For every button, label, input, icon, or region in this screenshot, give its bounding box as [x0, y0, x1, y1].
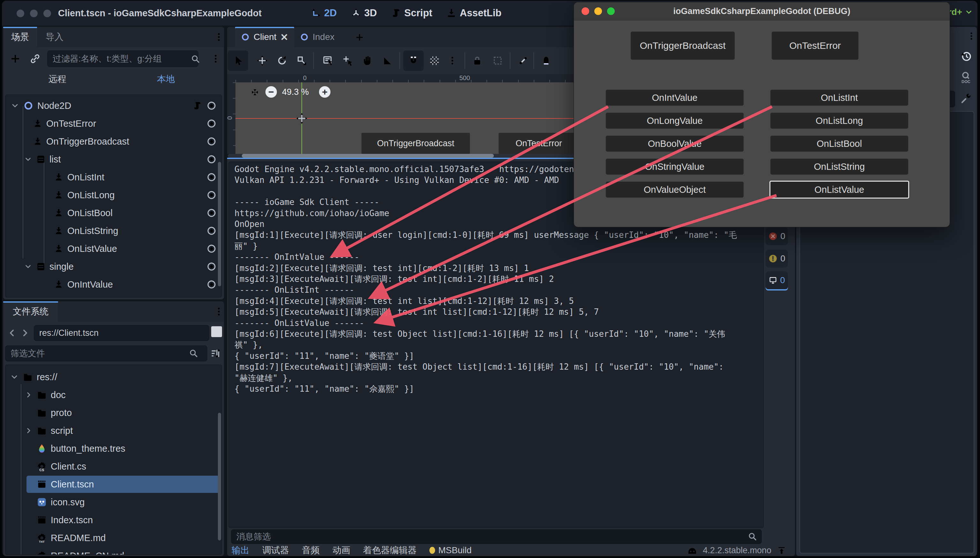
- game-button-list-value[interactable]: OnListValue: [769, 181, 909, 199]
- file-tree-scrollbar[interactable]: [218, 413, 221, 540]
- game-button-test-error[interactable]: OnTestError: [772, 31, 859, 60]
- edit-history-icon[interactable]: [960, 50, 972, 62]
- visibility-eye-icon[interactable]: [206, 208, 217, 218]
- tab-import[interactable]: 导入: [37, 27, 72, 47]
- chevron-right-icon[interactable]: [25, 391, 33, 399]
- position-select-icon[interactable]: [337, 51, 358, 71]
- move-tool-icon[interactable]: [252, 51, 272, 71]
- visibility-eye-icon[interactable]: [206, 261, 217, 272]
- game-button-long-value[interactable]: OnLongValue: [606, 113, 744, 129]
- file-row-client-tscn[interactable]: Client.tscn: [5, 475, 222, 493]
- grid-snap-icon[interactable]: [424, 51, 445, 71]
- file-row-readme[interactable]: README.md: [5, 529, 222, 547]
- bottom-tab-audio[interactable]: 音频: [302, 544, 320, 556]
- local-toggle[interactable]: 本地: [112, 72, 220, 87]
- file-row-res[interactable]: res://: [5, 368, 222, 386]
- close-tab-icon[interactable]: ✕: [280, 31, 288, 43]
- visibility-eye-icon[interactable]: [206, 279, 217, 289]
- tree-row-ontesterror[interactable]: OnTestError: [5, 115, 222, 133]
- tree-row-onlistint[interactable]: OnListInt: [5, 168, 222, 186]
- lock-object-icon[interactable]: [467, 51, 488, 71]
- warning-count-badge[interactable]: 0: [766, 249, 788, 268]
- visibility-eye-icon[interactable]: [206, 172, 217, 182]
- tab-2d[interactable]: 2D: [311, 7, 337, 19]
- file-row-proto[interactable]: proto: [5, 404, 222, 422]
- game-button-list-long[interactable]: OnListLong: [771, 113, 908, 129]
- game-button-list-string[interactable]: OnListString: [771, 159, 908, 175]
- select-tool-icon[interactable]: [228, 51, 248, 71]
- pan-tool-icon[interactable]: [357, 51, 378, 71]
- zoom-out-button[interactable]: −: [265, 86, 277, 98]
- toggle-split-mode-button[interactable]: [211, 326, 222, 337]
- chevron-down-icon[interactable]: [10, 101, 20, 110]
- game-button-string-value[interactable]: OnStringValue: [606, 159, 744, 175]
- game-button-list-int[interactable]: OnListInt: [771, 90, 908, 106]
- remote-toggle[interactable]: 远程: [3, 72, 112, 87]
- tree-row-node2d[interactable]: Node2D: [5, 97, 222, 115]
- zoom-window-icon[interactable]: [43, 10, 51, 17]
- monitor-count-badge[interactable]: 0: [766, 271, 788, 289]
- scene-dock-menu-icon[interactable]: [214, 32, 224, 42]
- file-row-client-cs[interactable]: Client.cs: [5, 458, 222, 475]
- chevron-down-icon[interactable]: [24, 263, 32, 271]
- zoom-level[interactable]: 49.3 %: [282, 86, 309, 98]
- file-row-button-theme[interactable]: button_theme.tres: [5, 440, 222, 458]
- scene-filter-input[interactable]: [47, 51, 198, 67]
- scene-tab-index[interactable]: Index: [294, 27, 340, 47]
- inspector-menu-icon[interactable]: [967, 31, 976, 41]
- visibility-eye-icon[interactable]: [206, 190, 217, 200]
- bottom-tab-msbuild[interactable]: MSBuild: [429, 545, 471, 555]
- origin-gizmo-icon[interactable]: [296, 113, 308, 124]
- visibility-eye-icon[interactable]: [206, 226, 217, 236]
- center-view-icon[interactable]: [249, 87, 260, 98]
- tree-row-onintvalue[interactable]: OnIntValue: [5, 276, 222, 293]
- scene-tree-scrollbar[interactable]: [218, 162, 221, 286]
- add-node-icon[interactable]: [10, 53, 21, 64]
- visibility-eye-icon[interactable]: [206, 100, 217, 111]
- chevron-down-icon[interactable]: [24, 155, 32, 163]
- file-row-icon-svg[interactable]: icon.svg: [5, 493, 222, 511]
- instance-scene-icon[interactable]: [29, 53, 41, 64]
- scale-tool-icon[interactable]: [291, 51, 312, 71]
- minimize-window-icon[interactable]: [30, 10, 38, 17]
- new-scene-tab-icon[interactable]: [355, 33, 364, 42]
- measure-tool-icon[interactable]: [377, 51, 398, 71]
- scene-filter-menu-icon[interactable]: [211, 54, 221, 64]
- current-path-field[interactable]: [34, 325, 209, 341]
- scene-tab-client[interactable]: Client ✕: [235, 27, 294, 47]
- bottom-tab-output[interactable]: 输出: [232, 544, 249, 556]
- manage-tools-icon[interactable]: [960, 93, 972, 105]
- tree-row-onlistlong[interactable]: OnListLong: [5, 186, 222, 204]
- rotate-tool-icon[interactable]: [272, 51, 292, 71]
- tree-row-onlistbool[interactable]: OnListBool: [5, 204, 222, 222]
- visibility-eye-icon[interactable]: [206, 244, 217, 254]
- zoom-in-button[interactable]: +: [319, 86, 330, 98]
- chevron-down-icon[interactable]: [10, 373, 19, 381]
- game-button-trigger-broadcast[interactable]: OnTriggerBroadcast: [631, 31, 735, 60]
- file-row-script[interactable]: script: [5, 422, 222, 440]
- error-count-badge[interactable]: 0: [766, 227, 788, 245]
- tab-3d[interactable]: 3D: [351, 7, 377, 19]
- ik-glove-icon[interactable]: [536, 51, 556, 71]
- tab-scene[interactable]: 场景: [3, 27, 37, 47]
- tab-script[interactable]: Script: [391, 7, 432, 19]
- game-button-int-value[interactable]: OnIntValue: [606, 90, 744, 106]
- bottom-tab-animation[interactable]: 动画: [332, 544, 350, 556]
- file-row-readme-cn[interactable]: README_CN.md: [5, 547, 222, 555]
- sort-files-icon[interactable]: [210, 348, 221, 359]
- bottom-tab-debugger[interactable]: 调试器: [262, 544, 289, 556]
- close-window-icon[interactable]: [16, 10, 24, 17]
- smart-snap-icon[interactable]: [403, 51, 424, 71]
- tree-row-list[interactable]: list: [5, 150, 222, 168]
- visibility-eye-icon[interactable]: [206, 136, 217, 146]
- visibility-eye-icon[interactable]: [206, 154, 217, 164]
- chevron-right-icon[interactable]: [25, 427, 33, 435]
- snap-options-icon[interactable]: [445, 51, 460, 71]
- nav-forward-icon[interactable]: [20, 328, 31, 338]
- group-object-icon[interactable]: [488, 51, 508, 71]
- tree-row-onlistvalue[interactable]: OnListValue: [5, 240, 222, 258]
- visibility-eye-icon[interactable]: [206, 118, 217, 129]
- tab-assetlib[interactable]: AssetLib: [446, 7, 501, 19]
- filesystem-menu-icon[interactable]: [214, 307, 224, 317]
- game-button-bool-value[interactable]: OnBoolValue: [606, 136, 744, 152]
